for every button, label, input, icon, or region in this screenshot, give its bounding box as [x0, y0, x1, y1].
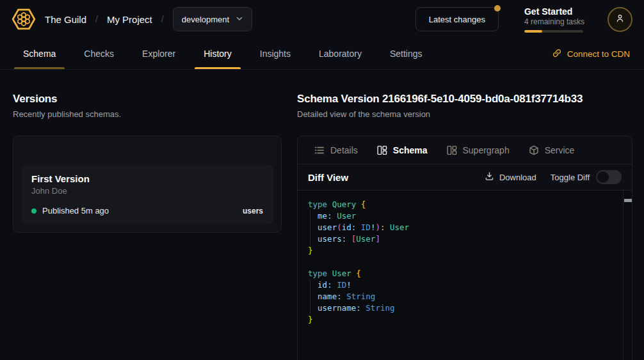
- user-icon: [615, 13, 625, 26]
- nav-tab-laboratory[interactable]: Laboratory: [310, 38, 371, 69]
- version-status-row: Published 5m ago users: [31, 206, 263, 215]
- code-line: user(id: ID!): User: [308, 222, 613, 233]
- panel-tab-label: Schema: [393, 145, 428, 155]
- nav-tab-insights[interactable]: Insights: [251, 38, 300, 69]
- indent-guide: [310, 302, 310, 314]
- code-line: }: [308, 245, 613, 256]
- versions-card: First Version John Doe Published 5m ago …: [13, 136, 282, 233]
- latest-changes-label: Latest changes: [429, 15, 485, 24]
- diff-view-title: Diff View: [308, 172, 348, 183]
- versions-subtitle: Recently published schemas.: [13, 109, 282, 119]
- indent-guide: [310, 279, 310, 291]
- columns-icon: [447, 145, 457, 155]
- cube-icon: [529, 145, 539, 155]
- nav-tab-schema[interactable]: Schema: [14, 38, 65, 69]
- panel-tab-schema[interactable]: Schema: [377, 145, 428, 155]
- panel-tab-label: Details: [330, 145, 358, 155]
- schema-version-card: DetailsSchemaSupergraphService Diff View: [297, 136, 632, 360]
- nav-tab-settings[interactable]: Settings: [381, 38, 431, 69]
- connect-cdn-label: Connect to CDN: [567, 49, 630, 59]
- app-root: The Guild / My Project / development Lat…: [0, 0, 644, 360]
- code-line: [308, 256, 613, 268]
- columns-icon: [377, 145, 387, 155]
- panel-tabs: DetailsSchemaSupergraphService: [298, 136, 632, 164]
- notification-dot: [494, 5, 501, 12]
- download-icon: [485, 171, 494, 183]
- list-icon: [314, 145, 325, 155]
- code-line: type Query {: [308, 199, 613, 210]
- chevron-down-icon: [236, 15, 243, 24]
- code-line: username: String: [308, 302, 613, 314]
- code-line: name: String: [308, 291, 613, 302]
- link-icon: [552, 48, 562, 60]
- nav-tab-checks[interactable]: Checks: [75, 38, 123, 69]
- scrollbar-thumb[interactable]: [624, 199, 632, 202]
- nav-tab-explorer[interactable]: Explorer: [133, 38, 184, 69]
- diff-view-header: Diff View Download T: [298, 164, 632, 191]
- breadcrumb-org[interactable]: The Guild: [45, 14, 86, 25]
- panel-tab-service[interactable]: Service: [529, 145, 575, 155]
- schema-version-subtitle: Detailed view of the schema version: [297, 109, 632, 119]
- version-list-item[interactable]: First Version John Doe Published 5m ago …: [21, 164, 273, 224]
- code-line: me: User: [308, 210, 613, 222]
- connect-cdn-link[interactable]: Connect to CDN: [552, 38, 630, 69]
- indent-guide: [310, 210, 310, 222]
- version-name: First Version: [31, 173, 263, 184]
- toggle-diff-control: Toggle Diff: [551, 170, 622, 184]
- progress-fill: [524, 30, 543, 33]
- service-badge: users: [243, 207, 263, 215]
- toggle-diff-label: Toggle Diff: [551, 173, 590, 182]
- versions-title: Versions: [13, 93, 282, 106]
- version-status: Published 5m ago: [42, 206, 109, 215]
- schema-version-panel: Schema Version 2166196f-5e10-4059-bd0a-0…: [297, 70, 632, 360]
- schema-version-title: Schema Version 2166196f-5e10-4059-bd0a-0…: [297, 93, 632, 106]
- code-scrollbar[interactable]: [623, 191, 632, 360]
- code-line: users: [User]: [308, 233, 613, 245]
- target-selector[interactable]: development: [173, 7, 252, 31]
- breadcrumb-separator: /: [161, 14, 164, 24]
- breadcrumb-separator: /: [95, 14, 98, 24]
- code-line: id: ID!: [308, 279, 613, 291]
- get-started-subtitle: 4 remaining tasks: [524, 17, 584, 26]
- get-started-progressbar: [524, 30, 583, 33]
- toggle-diff-switch[interactable]: [596, 170, 622, 184]
- schema-code-viewer[interactable]: type Query { me: User user(id: ID!): Use…: [298, 191, 632, 360]
- latest-changes-button[interactable]: Latest changes: [415, 7, 499, 31]
- nav-tabs: SchemaChecksExplorerHistoryInsightsLabor…: [14, 38, 431, 69]
- diff-controls: Download Toggle Diff: [485, 170, 622, 184]
- toggle-knob: [597, 171, 609, 183]
- breadcrumb-project[interactable]: My Project: [107, 14, 152, 25]
- indent-guide: [310, 233, 310, 245]
- get-started-widget[interactable]: Get Started 4 remaining tasks: [524, 6, 584, 33]
- code-line: }: [308, 314, 613, 325]
- nav-tab-history[interactable]: History: [195, 38, 241, 69]
- avatar-button[interactable]: [608, 7, 632, 32]
- download-button[interactable]: Download: [485, 171, 536, 183]
- panel-tab-label: Service: [545, 145, 575, 155]
- panel-tab-details[interactable]: Details: [314, 145, 358, 155]
- get-started-title: Get Started: [524, 6, 584, 17]
- top-bar: The Guild / My Project / development Lat…: [0, 0, 644, 38]
- panel-tab-supergraph[interactable]: Supergraph: [447, 145, 510, 155]
- panel-tab-label: Supergraph: [463, 145, 510, 155]
- indent-guide: [310, 291, 310, 302]
- main-content: Versions Recently published schemas. Fir…: [0, 70, 644, 360]
- target-selector-value: development: [182, 15, 229, 24]
- code-lines: type Query { me: User user(id: ID!): Use…: [308, 199, 613, 325]
- versions-panel: Versions Recently published schemas. Fir…: [13, 70, 297, 233]
- indent-guide: [310, 222, 310, 233]
- hive-logo-icon[interactable]: [12, 7, 36, 31]
- download-label: Download: [499, 173, 536, 182]
- published-dot-icon: [31, 208, 36, 214]
- code-line: type User {: [308, 268, 613, 279]
- version-author: John Doe: [31, 186, 263, 196]
- main-nav: SchemaChecksExplorerHistoryInsightsLabor…: [0, 38, 644, 70]
